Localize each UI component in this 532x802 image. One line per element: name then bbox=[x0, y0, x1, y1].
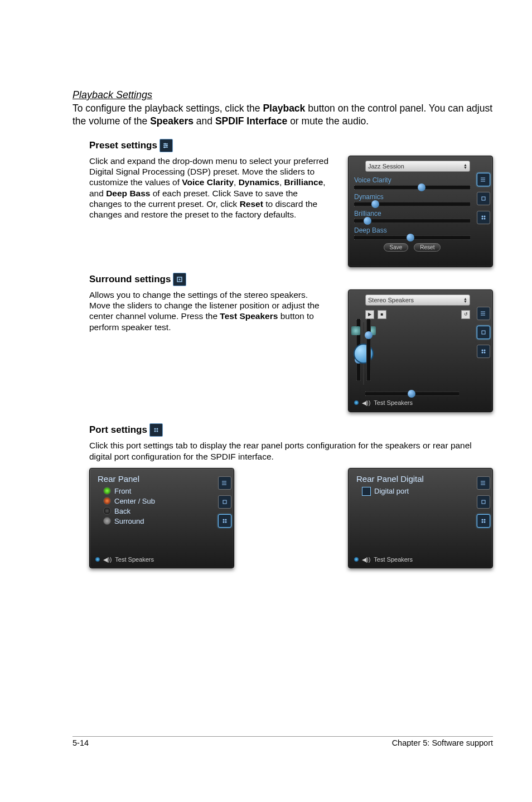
port-item-digital[interactable]: Digital port bbox=[362, 487, 470, 496]
svg-point-22 bbox=[223, 521, 225, 523]
tab-surround-icon[interactable] bbox=[477, 495, 490, 509]
chapter-label: Chapter 5: Software support bbox=[392, 738, 493, 747]
surround-dropdown[interactable]: Stereo Speakers ▲▼ bbox=[365, 294, 470, 306]
page-number: 5-14 bbox=[72, 738, 89, 747]
svg-point-5 bbox=[484, 215, 486, 217]
play-button[interactable]: ▶ bbox=[365, 310, 374, 319]
intro-bold-spdif: SPDIF Interface bbox=[215, 115, 287, 127]
section-title: Playback Settings bbox=[72, 89, 493, 101]
preset-icon bbox=[159, 139, 173, 152]
tab-port-icon[interactable] bbox=[477, 345, 490, 358]
dropdown-spinner-icon[interactable]: ▲▼ bbox=[463, 163, 467, 169]
port-item-back[interactable]: Back bbox=[103, 507, 211, 515]
tab-preset-icon[interactable] bbox=[477, 307, 490, 320]
port-item-label: Front bbox=[114, 487, 131, 495]
svg-point-6 bbox=[482, 218, 483, 219]
svg-point-21 bbox=[225, 519, 227, 520]
stop-button[interactable]: ■ bbox=[378, 310, 386, 319]
port-heading-label: Port settings bbox=[89, 424, 147, 436]
jack-orange-icon bbox=[103, 497, 111, 505]
slider-voice[interactable] bbox=[354, 185, 470, 190]
tab-preset-icon[interactable] bbox=[477, 476, 490, 490]
listener-grid[interactable] bbox=[363, 322, 364, 385]
svg-point-27 bbox=[482, 521, 483, 523]
loop-button[interactable]: ↺ bbox=[461, 310, 470, 319]
svg-point-25 bbox=[482, 519, 483, 520]
svg-point-11 bbox=[482, 349, 483, 351]
svg-point-15 bbox=[154, 428, 156, 429]
tab-port-icon[interactable] bbox=[218, 514, 231, 528]
speaker-sound-icon: ◀)) bbox=[362, 399, 370, 407]
jack-grey-icon bbox=[103, 517, 111, 525]
svg-point-12 bbox=[484, 349, 486, 351]
port-item-label: Surround bbox=[114, 517, 144, 525]
preset-dropdown[interactable]: Jazz Session ▲▼ bbox=[365, 161, 470, 172]
svg-point-4 bbox=[482, 215, 483, 217]
preset-bold: Dynamics bbox=[239, 177, 279, 187]
save-button[interactable]: Save bbox=[384, 243, 409, 252]
test-speakers-button[interactable]: Test Speakers bbox=[115, 556, 154, 563]
tab-port-icon[interactable] bbox=[477, 211, 490, 224]
svg-point-13 bbox=[482, 351, 483, 353]
svg-point-26 bbox=[484, 519, 486, 520]
svg-point-0 bbox=[164, 143, 166, 144]
rear-panel-title: Rear Panel bbox=[98, 474, 211, 484]
svg-point-16 bbox=[156, 428, 158, 429]
slider-label-bass: Deep Bass bbox=[354, 226, 470, 234]
tab-surround-icon[interactable] bbox=[477, 192, 490, 205]
port-item-label: Center / Sub bbox=[114, 497, 155, 505]
preset-bold: Deep Bass bbox=[106, 189, 150, 198]
preset-text: , bbox=[279, 177, 284, 187]
center-volume-slider[interactable] bbox=[365, 392, 459, 396]
right-vslider[interactable] bbox=[366, 319, 371, 380]
preset-body: Click and expand the drop-down menu to s… bbox=[89, 156, 331, 220]
svg-rect-3 bbox=[482, 197, 485, 200]
digital-port-icon bbox=[362, 487, 371, 496]
status-led-icon bbox=[354, 557, 359, 562]
intro-text: To configure the playback settings, clic… bbox=[72, 103, 263, 114]
intro-bold-playback: Playback bbox=[263, 103, 305, 114]
tab-preset-icon[interactable] bbox=[477, 173, 490, 186]
surround-heading: Surround settings bbox=[89, 273, 493, 286]
tab-port-icon[interactable] bbox=[477, 514, 490, 528]
svg-point-20 bbox=[223, 519, 225, 520]
tab-surround-icon[interactable] bbox=[477, 326, 490, 339]
slider-label-voice: Voice Clarity bbox=[354, 176, 470, 184]
svg-rect-24 bbox=[482, 500, 485, 504]
rear-panel-digital-title: Rear Panel Digital bbox=[356, 474, 470, 484]
svg-point-9 bbox=[179, 278, 181, 280]
intro-text: and bbox=[194, 115, 215, 127]
svg-point-14 bbox=[484, 351, 486, 353]
svg-point-28 bbox=[484, 521, 486, 523]
preset-panel: Jazz Session ▲▼ Voice Clarity Dynamics B… bbox=[348, 156, 493, 267]
reset-button[interactable]: Reset bbox=[414, 243, 441, 252]
port-item-front[interactable]: Front bbox=[103, 487, 211, 495]
slider-brilliance[interactable] bbox=[354, 219, 470, 223]
dropdown-spinner-icon[interactable]: ▲▼ bbox=[463, 297, 467, 303]
svg-point-18 bbox=[156, 430, 158, 432]
surround-body: Allows you to change the settings of the… bbox=[89, 289, 331, 333]
intro-paragraph: To configure the playback settings, clic… bbox=[72, 102, 493, 128]
page-footer: 5-14 Chapter 5: Software support bbox=[72, 736, 493, 747]
port-item-center[interactable]: Center / Sub bbox=[103, 497, 211, 505]
slider-dynamics[interactable] bbox=[354, 202, 470, 206]
speaker-sound-icon: ◀)) bbox=[362, 556, 370, 563]
svg-point-1 bbox=[166, 144, 167, 146]
tab-surround-icon[interactable] bbox=[218, 495, 231, 509]
slider-label-dynamics: Dynamics bbox=[354, 193, 470, 201]
slider-bass[interactable] bbox=[354, 235, 470, 240]
jack-green-icon bbox=[103, 487, 111, 495]
status-led-icon bbox=[95, 557, 100, 562]
intro-text: or mute the audio. bbox=[287, 115, 369, 127]
intro-bold-speakers: Speakers bbox=[150, 115, 194, 127]
speaker-sound-icon: ◀)) bbox=[103, 556, 112, 563]
jack-black-icon bbox=[103, 507, 111, 515]
svg-point-23 bbox=[225, 521, 227, 523]
slider-label-brilliance: Brilliance bbox=[354, 210, 470, 218]
port-item-surround[interactable]: Surround bbox=[103, 517, 211, 525]
test-speakers-button[interactable]: Test Speakers bbox=[374, 556, 413, 563]
preset-bold: Voice Clarity bbox=[182, 177, 234, 187]
test-speakers-button[interactable]: Test Speakers bbox=[374, 399, 413, 406]
tab-preset-icon[interactable] bbox=[218, 476, 231, 490]
surround-heading-label: Surround settings bbox=[89, 274, 171, 285]
